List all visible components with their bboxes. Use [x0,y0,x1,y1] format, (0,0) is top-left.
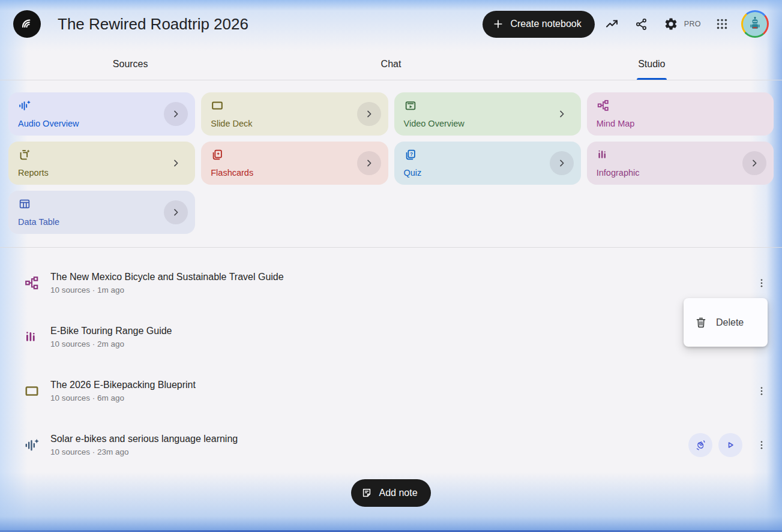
card-label: Video Overview [404,119,571,128]
tab-label: Chat [381,59,402,70]
chevron-right-icon[interactable] [357,151,381,175]
chevron-right-icon[interactable] [550,102,574,126]
studio-card-mind-map[interactable]: Mind Map [587,92,774,136]
add-note-button[interactable]: Add note [351,479,430,507]
data-table-icon [18,197,185,213]
item-more-button[interactable] [750,271,774,295]
item-meta: 10 sources · 6m ago [50,393,196,402]
play-icon [724,439,736,451]
mind-map-icon [597,99,764,115]
studio-card-quiz[interactable]: ? Quiz [394,142,581,185]
card-label: Slide Deck [211,119,378,128]
chevron-right-icon[interactable] [164,102,188,126]
card-label: Data Table [18,217,185,227]
tab-chat[interactable]: Chat [260,48,521,80]
slide-frame-icon [22,383,42,399]
bar-chart-icon [597,148,764,164]
card-label: Quiz [404,168,571,178]
note-icon [361,487,373,499]
tab-label: Sources [113,59,148,70]
item-text: The New Mexico Bicycle and Sustainable T… [50,272,284,294]
chevron-right-icon[interactable] [550,151,574,175]
kebab-menu-icon [756,386,767,396]
video-frame-icon [404,99,571,115]
item-text: The 2026 E-Bikepacking Blueprint 10 sour… [50,380,196,402]
slide-frame-icon [211,99,378,115]
avatar-robot-image [743,12,767,36]
footer: Add note [0,479,782,507]
chevron-right-icon[interactable] [357,102,381,126]
studio-card-flashcards[interactable]: Flashcards [201,142,388,185]
apps-grid-icon [715,17,729,31]
kebab-menu-icon [756,440,767,450]
play-audio-button[interactable] [718,433,742,457]
item-meta: 10 sources · 23m ago [50,447,238,456]
tab-sources[interactable]: Sources [0,48,260,80]
panel-tabs: Sources Chat Studio [0,48,782,80]
studio-card-slide-deck[interactable]: Slide Deck [201,92,388,136]
item-more-button[interactable] [750,433,774,457]
add-note-label: Add note [379,488,417,498]
report-doc-icon [18,148,185,164]
chevron-right-icon[interactable] [742,151,766,175]
list-item[interactable]: The 2026 E-Bikepacking Blueprint 10 sour… [0,364,782,418]
tab-label: Studio [638,59,665,70]
svg-text:?: ? [410,152,413,157]
item-text: Solar e-bikes and serious language learn… [50,434,238,456]
delete-label: Delete [716,317,744,328]
audio-waveform-icon [22,437,42,453]
create-notebook-label: Create notebook [510,19,581,29]
list-item[interactable]: Solar e-bikes and serious language learn… [0,418,782,472]
settings-button[interactable] [659,12,683,36]
card-label: Infographic [597,168,764,178]
item-title: E-Bike Touring Range Guide [50,326,172,336]
analytics-button[interactable] [600,12,624,36]
artifact-list: The New Mexico Bicycle and Sustainable T… [0,248,782,472]
item-text: E-Bike Touring Range Guide 10 sources · … [50,326,172,348]
studio-card-data-table[interactable]: Data Table [8,191,195,234]
gear-icon [664,17,678,31]
account-avatar[interactable] [741,10,769,38]
hand-wave-icon [694,438,707,452]
plus-icon [492,18,504,30]
studio-card-video-overview[interactable]: Video Overview [394,92,581,136]
audio-waveform-icon [18,99,185,115]
pro-badge: PRO [684,20,701,28]
studio-card-reports[interactable]: Reports [8,142,195,185]
item-meta: 10 sources · 1m ago [50,285,284,294]
delete-menu-item[interactable]: Delete [684,298,768,347]
item-title: The New Mexico Bicycle and Sustainable T… [50,272,284,282]
notebooklm-page: The Rewired Roadtrip 2026 Create noteboo… [0,0,782,532]
mind-map-icon [22,275,42,291]
item-context-menu: Delete [684,298,768,347]
chevron-right-icon[interactable] [164,200,188,224]
notebook-title: The Rewired Roadtrip 2026 [58,15,248,34]
item-title: The 2026 E-Bikepacking Blueprint [50,380,196,390]
notebooklm-logo-icon[interactable] [13,10,41,38]
create-notebook-button[interactable]: Create notebook [483,11,594,38]
header: The Rewired Roadtrip 2026 Create noteboo… [0,0,782,48]
trending-up-icon [605,17,619,31]
studio-card-infographic[interactable]: Infographic [587,142,774,185]
card-label: Flashcards [211,168,378,178]
apps-grid-button[interactable] [710,12,734,36]
active-tab-underline [637,78,667,80]
interactive-mode-button[interactable] [688,433,712,457]
card-label: Reports [18,168,185,178]
list-item[interactable]: E-Bike Touring Range Guide 10 sources · … [0,310,782,364]
kebab-menu-icon [756,278,767,288]
chevron-right-icon[interactable] [164,151,188,175]
item-title: Solar e-bikes and serious language learn… [50,434,238,444]
card-label: Audio Overview [18,119,185,128]
list-item[interactable]: The New Mexico Bicycle and Sustainable T… [0,256,782,310]
quiz-cards-icon: ? [404,148,571,164]
share-icon [634,17,648,31]
item-more-button[interactable] [750,379,774,403]
trash-icon [694,316,708,329]
studio-cards-grid: Audio Overview Slide Deck Video Overview [0,80,782,247]
item-meta: 10 sources · 2m ago [50,339,172,348]
tab-studio[interactable]: Studio [522,48,782,80]
flashcards-icon [211,148,378,164]
share-button[interactable] [630,12,654,36]
studio-card-audio-overview[interactable]: Audio Overview [8,92,195,136]
